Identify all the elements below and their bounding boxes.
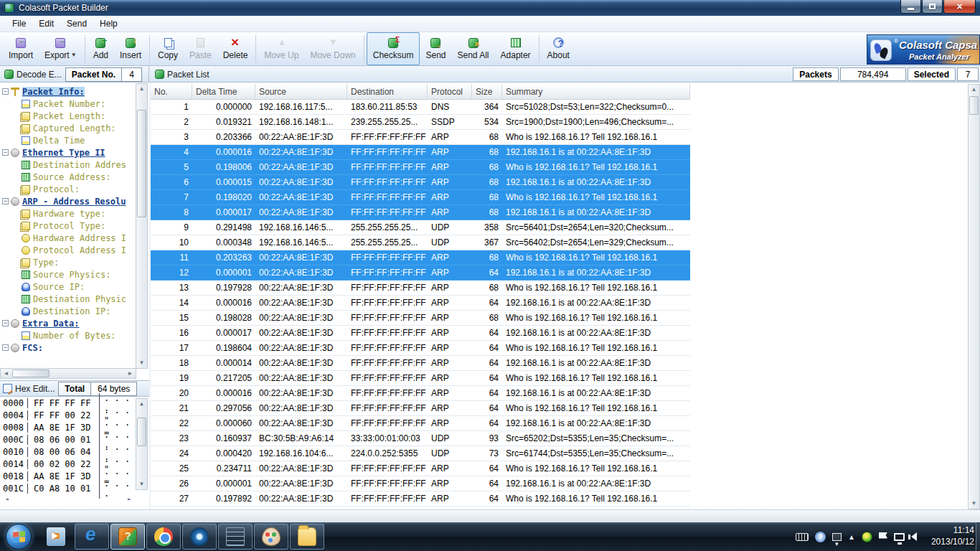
hex-bytes[interactable]: AA 8E 1F 3D — [27, 423, 99, 433]
expand-collapse-icon[interactable]: − — [2, 320, 9, 326]
tree-item[interactable]: Captured Length: — [0, 122, 136, 134]
scroll-down-icon[interactable]: ▼ — [969, 499, 979, 509]
tree-item[interactable]: Delta Time — [0, 134, 136, 146]
tree-item[interactable]: −Packet Info: — [0, 85, 136, 98]
tab-decode-editor[interactable]: Decode E... — [17, 70, 62, 80]
scroll-thumb[interactable] — [969, 96, 979, 115]
expand-collapse-icon[interactable]: − — [2, 344, 9, 351]
hex-row[interactable]: 001CC0 A8 10 01. . . . — [0, 482, 149, 494]
scroll-down-icon[interactable]: ▼ — [136, 479, 147, 489]
menu-item-send[interactable]: Send — [60, 17, 93, 31]
import-button[interactable]: Import — [3, 32, 39, 65]
column-header-protocol[interactable]: Protocol — [428, 84, 472, 99]
table-row[interactable]: 170.19860400:22:AA:8E:1F:3DFF:FF:FF:FF:F… — [151, 341, 690, 356]
table-row[interactable]: 70.19802000:22:AA:8E:1F:3DFF:FF:FF:FF:FF… — [151, 190, 690, 205]
paint-taskbar-button[interactable] — [254, 524, 288, 550]
tree-item[interactable]: Destination Addres — [0, 159, 136, 171]
column-header-summary[interactable]: Summary — [502, 84, 690, 99]
table-row[interactable]: 190.21720500:22:AA:8E:1F:3DFF:FF:FF:FF:F… — [151, 371, 690, 386]
table-row[interactable]: 160.00001700:22:AA:8E:1F:3DFF:FF:FF:FF:F… — [151, 326, 690, 341]
table-row[interactable]: 230.160937BC:30:5B:A9:A6:1433:33:00:01:0… — [151, 431, 690, 446]
scroll-up-icon[interactable]: ▲ — [136, 84, 147, 94]
show-hidden-icon[interactable]: ▲ — [848, 533, 855, 541]
packet-list-vertical-scrollbar[interactable]: ▲ ▼ — [968, 84, 980, 509]
column-header-no[interactable]: No. — [151, 84, 192, 99]
delete-button[interactable]: Delete — [217, 32, 254, 65]
tree-item[interactable]: Source Address: — [0, 171, 136, 183]
tab-packet-no[interactable]: Packet No. — [65, 67, 122, 82]
explorer-taskbar-button[interactable] — [290, 524, 324, 550]
action-center-icon[interactable] — [879, 532, 887, 539]
table-row[interactable]: 140.00001600:22:AA:8E:1F:3DFF:FF:FF:FF:F… — [151, 296, 690, 311]
column-header-deltatime[interactable]: Delta Time — [192, 84, 255, 99]
scroll-thumb[interactable] — [137, 418, 146, 446]
internet-explorer-taskbar-button[interactable] — [75, 524, 109, 550]
hex-vertical-scrollbar[interactable]: ▲ ▼ — [136, 398, 148, 490]
table-row[interactable]: 240.000420192.168.16.104:6...224.0.0.252… — [151, 446, 690, 461]
table-row[interactable]: 130.19792800:22:AA:8E:1F:3DFF:FF:FF:FF:F… — [151, 281, 690, 296]
column-header-size[interactable]: Size — [472, 84, 502, 99]
scroll-thumb[interactable] — [12, 369, 50, 377]
table-row[interactable]: 20.019321192.168.16.148:1...239.255.255.… — [151, 115, 690, 130]
menu-item-file[interactable]: File — [6, 17, 32, 31]
table-row[interactable]: 50.19800600:22:AA:8E:1F:3DFF:FF:FF:FF:FF… — [151, 160, 690, 175]
scroll-up-icon[interactable]: ▲ — [136, 399, 147, 409]
table-row[interactable]: 10.000000192.168.16.117:5...183.60.211.8… — [151, 100, 690, 115]
scroll-down-icon[interactable]: ▼ — [136, 358, 147, 368]
send-all-button[interactable]: Send All — [452, 32, 495, 65]
tree-item[interactable]: Protocol Type: — [0, 220, 136, 232]
tree-item[interactable]: Protocol Address I — [0, 244, 136, 256]
tree-item[interactable]: Type: — [0, 256, 136, 268]
keyboard-icon[interactable] — [796, 533, 809, 541]
table-row[interactable]: 200.00001600:22:AA:8E:1F:3DFF:FF:FF:FF:F… — [151, 386, 690, 401]
tree-item[interactable]: −Extra Data: — [0, 317, 136, 329]
scroll-up-icon[interactable]: ▲ — [969, 85, 979, 95]
hex-bytes[interactable]: FF FF FF FF — [27, 398, 99, 408]
checksum-button[interactable]: Checksum — [367, 32, 420, 65]
menu-item-help[interactable]: Help — [93, 17, 124, 31]
table-row[interactable]: 250.23471100:22:AA:8E:1F:3DFF:FF:FF:FF:F… — [151, 461, 690, 476]
tree-item[interactable]: Packet Number: — [0, 98, 136, 110]
column-header-destination[interactable]: Destination — [347, 84, 428, 99]
table-row[interactable]: 80.00001700:22:AA:8E:1F:3DFF:FF:FF:FF:FF… — [151, 205, 690, 220]
tree-item[interactable]: Protocol: — [0, 183, 136, 195]
tree-item[interactable]: Source Physics: — [0, 268, 136, 281]
menu-item-edit[interactable]: Edit — [32, 17, 60, 31]
tree-item[interactable]: −FCS: — [0, 342, 136, 354]
scroll-thumb[interactable] — [137, 110, 146, 217]
expand-collapse-icon[interactable]: − — [2, 88, 9, 95]
colasoft-capsa-banner[interactable]: ® Colasoft Capsa Packet Analyzer — [867, 34, 980, 65]
tree-vertical-scrollbar[interactable]: ▲ ▼ — [136, 83, 148, 369]
hex-bytes[interactable]: 08 00 06 04 — [27, 447, 99, 457]
table-row[interactable]: 110.20326300:22:AA:8E:1F:3DFF:FF:FF:FF:F… — [151, 250, 690, 265]
minimize-button[interactable] — [900, 0, 921, 14]
table-row[interactable]: 270.19789200:22:AA:8E:1F:3DFF:FF:FF:FF:F… — [151, 491, 690, 507]
insert-button[interactable]: Insert — [114, 32, 147, 65]
tree-item[interactable]: Number of Bytes: — [0, 329, 136, 342]
start-button[interactable] — [6, 524, 32, 550]
tree-horizontal-scrollbar[interactable]: ◄ ► — [0, 368, 136, 379]
hex-bytes[interactable]: AA 8E 1F 3D — [27, 471, 99, 481]
table-row[interactable]: 180.00001400:22:AA:8E:1F:3DFF:FF:FF:FF:F… — [151, 356, 690, 371]
table-row[interactable]: 120.00000100:22:AA:8E:1F:3DFF:FF:FF:FF:F… — [151, 265, 690, 281]
expand-collapse-icon[interactable]: − — [2, 198, 9, 204]
hex-bytes[interactable]: 00 02 00 22 — [27, 459, 99, 469]
tree-item[interactable]: Hardware Address I — [0, 232, 136, 244]
table-row[interactable]: 260.00000100:22:AA:8E:1F:3DFF:FF:FF:FF:F… — [151, 476, 690, 491]
tree-item[interactable]: −ARP - Address Resolu — [0, 195, 136, 207]
hex-bytes[interactable]: C0 A8 10 01 — [27, 484, 99, 494]
tree-item[interactable]: Packet Length: — [0, 110, 136, 122]
tree-item[interactable]: Hardware type: — [0, 207, 136, 220]
help-icon[interactable]: ? — [815, 532, 826, 542]
packet-builder-taskbar-button[interactable] — [110, 524, 145, 550]
language-icon[interactable] — [832, 533, 842, 541]
table-row[interactable]: 210.29705600:22:AA:8E:1F:3DFF:FF:FF:FF:F… — [151, 401, 690, 416]
tab-hex-edit[interactable]: Hex Edit... — [15, 384, 55, 394]
table-row[interactable]: 60.00001500:22:AA:8E:1F:3DFF:FF:FF:FF:FF… — [151, 175, 690, 190]
show-desktop-button[interactable] — [976, 522, 980, 551]
about-button[interactable]: About — [542, 32, 575, 65]
volume-icon[interactable] — [911, 532, 917, 541]
table-row[interactable]: 150.19802800:22:AA:8E:1F:3DFF:FF:FF:FF:F… — [151, 311, 690, 326]
media-player-taskbar-button[interactable] — [39, 524, 73, 550]
tree-item[interactable]: −Ethernet Type II — [0, 146, 136, 159]
